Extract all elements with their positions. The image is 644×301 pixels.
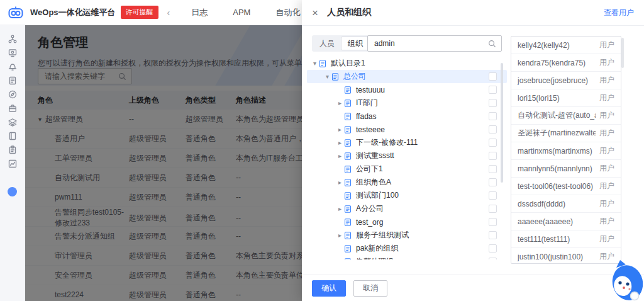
user-list-item[interactable]: martinxms(martinxms)用户 — [511, 142, 621, 160]
people-org-drawer: × 人员和组织 查看用户 人员组织 ▾默认目录1▾总公司testuuuu▸IT部… — [302, 0, 644, 301]
report-icon[interactable] — [8, 76, 18, 86]
tree-item[interactable]: 公司下1 — [307, 162, 507, 176]
tree-checkbox[interactable] — [489, 258, 497, 259]
clipboard-icon[interactable] — [8, 145, 18, 155]
tree-caret-right-icon[interactable]: ▸ — [336, 126, 344, 133]
user-list-item[interactable]: dssdsdf(dddd)用户 — [511, 195, 621, 213]
tree-item[interactable]: 告警处理组 — [307, 255, 507, 259]
tree-item[interactable]: ▸IT部门 — [307, 96, 507, 110]
tree-checkbox[interactable] — [489, 86, 497, 94]
tree-item[interactable]: ▸testeeee — [307, 123, 507, 136]
user-list-item[interactable]: kelly42(kelly42)用户 — [511, 37, 621, 54]
tree-item[interactable]: test_org — [307, 215, 507, 229]
app-window: { "topbar": { "app_title": "WeOps一体化运维平台… — [0, 0, 644, 301]
tree-node-label: 测试部门100 — [356, 190, 399, 201]
drawer-header: × 人员和组织 查看用户 — [302, 0, 644, 26]
tree-checkbox[interactable] — [489, 191, 497, 200]
chart-icon[interactable] — [8, 159, 18, 169]
tree-item[interactable]: ▸下一级-被修改-111 — [307, 136, 507, 149]
confirm-button[interactable]: 确认 — [312, 280, 346, 297]
user-list-scrollbar[interactable] — [621, 38, 624, 68]
tree-item[interactable]: ▸测试重ssstt — [307, 149, 507, 162]
tree-checkbox[interactable] — [489, 231, 497, 239]
layers-icon[interactable] — [8, 117, 18, 127]
nav-item[interactable]: APM — [220, 0, 263, 25]
view-users-link[interactable]: 查看用户 — [604, 8, 634, 18]
user-list-item[interactable]: 圣诞袜子(martinezwalter)用户 — [511, 125, 621, 142]
close-icon[interactable]: × — [312, 8, 318, 18]
app-logo-icon[interactable] — [8, 4, 24, 21]
tree-checkbox[interactable] — [489, 112, 497, 120]
user-name: josebruce(josebruce) — [518, 76, 596, 85]
tree-caret-down-icon[interactable]: ▾ — [311, 60, 319, 67]
tree-item[interactable]: ▾总公司 — [307, 70, 507, 83]
tree-node-label: 组织角色A — [356, 177, 391, 188]
tree-checkbox[interactable] — [489, 139, 497, 147]
briefcase-icon[interactable] — [8, 103, 18, 113]
mascot-assistant-icon[interactable] — [606, 255, 643, 301]
tree-node-label: 下一级-被修改-111 — [356, 137, 418, 148]
tree-checkbox[interactable] — [489, 244, 497, 253]
tree-item[interactable]: ▾默认目录1 — [307, 57, 507, 70]
tree-caret-down-icon[interactable]: ▾ — [323, 73, 331, 80]
tree-checkbox[interactable] — [489, 165, 497, 173]
org-structure-icon[interactable] — [8, 34, 18, 44]
active-app-dot[interactable] — [8, 186, 18, 196]
tab-organization[interactable]: 组织 — [341, 37, 370, 50]
tree-checkbox[interactable] — [489, 152, 497, 160]
user-list-item[interactable]: test-tool06(test-tool06)用户 — [511, 178, 621, 195]
tree-scrollbar[interactable] — [501, 63, 503, 183]
alarm-icon[interactable] — [8, 62, 18, 72]
role-management-page: 角色管理 您可以进行角色的新建和授权，权限的授权分为操作权限和应用权限，可从菜单… — [25, 25, 302, 301]
tree-caret-right-icon[interactable]: ▸ — [336, 232, 344, 239]
user-type-tag: 用户 — [599, 181, 614, 191]
tree-checkbox[interactable] — [489, 99, 497, 107]
tree-checkbox[interactable] — [489, 205, 497, 213]
tree-node-label: pak新的组织 — [356, 243, 398, 254]
tree-node-label: 默认目录1 — [331, 58, 365, 69]
tree-caret-right-icon[interactable]: ▸ — [336, 205, 344, 212]
tree-item[interactable]: ▸服务子组织测试 — [307, 229, 507, 242]
tree-node-label: test_org — [356, 218, 383, 227]
tree-item[interactable]: pak新的组织 — [307, 242, 507, 255]
user-type-tag: 用户 — [599, 57, 614, 68]
tree-caret-right-icon[interactable]: ▸ — [336, 139, 344, 146]
tree-item[interactable]: ▸A分公司 — [307, 202, 507, 215]
user-list-item[interactable]: test111(test111)用户 — [511, 230, 621, 248]
tree-item[interactable]: testuuuu — [307, 83, 507, 96]
user-list-item[interactable]: kendra75(kendra75)用户 — [511, 54, 621, 72]
notebook-icon[interactable] — [8, 131, 18, 141]
tree-node-label: testuuuu — [356, 86, 385, 94]
cancel-button[interactable]: 取消 — [353, 280, 387, 297]
sidebar — [0, 25, 25, 301]
tree-item[interactable]: ▸组织角色A — [307, 176, 507, 189]
tree-caret-right-icon[interactable]: ▸ — [336, 179, 344, 186]
org-node-icon — [331, 73, 340, 81]
user-list-item[interactable]: aaaeee(aaaeee)用户 — [511, 213, 621, 230]
tree-item[interactable]: 测试部门100 — [307, 189, 507, 202]
license-badge[interactable]: 许可提醒 — [121, 6, 158, 19]
member-search-box — [367, 35, 502, 52]
tree-checkbox[interactable] — [489, 218, 497, 226]
tree-checkbox[interactable] — [489, 125, 497, 133]
tree-checkbox[interactable] — [489, 178, 497, 186]
user-list-item[interactable]: justin100(justin100)用户 — [511, 248, 621, 264]
nav-collapse-chevron-icon[interactable]: ‹ — [167, 8, 170, 18]
tab-people[interactable]: 人员 — [313, 37, 341, 50]
org-node-icon — [344, 192, 353, 200]
tree-caret-right-icon[interactable]: ▸ — [336, 99, 344, 106]
tree-item[interactable]: ffadas — [307, 110, 507, 123]
compass-icon[interactable] — [8, 89, 18, 99]
user-list-item[interactable]: lori15(lori15)用户 — [511, 89, 621, 107]
org-node-icon — [344, 152, 353, 160]
user-type-tag: 用户 — [599, 128, 614, 139]
modal-backdrop[interactable] — [25, 25, 302, 301]
nav-item[interactable]: 日志 — [179, 0, 220, 25]
tree-checkbox[interactable] — [489, 72, 497, 81]
monitor-icon[interactable] — [8, 48, 18, 58]
tree-caret-right-icon[interactable]: ▸ — [336, 152, 344, 159]
user-list-item[interactable]: mannlynn5(mannlynn)用户 — [511, 160, 621, 178]
member-search-input[interactable] — [373, 38, 488, 48]
user-list-item[interactable]: josebruce(josebruce)用户 — [511, 72, 621, 89]
user-list-item[interactable]: 自动化测试-超管(auto_ad...用户 — [511, 107, 621, 125]
